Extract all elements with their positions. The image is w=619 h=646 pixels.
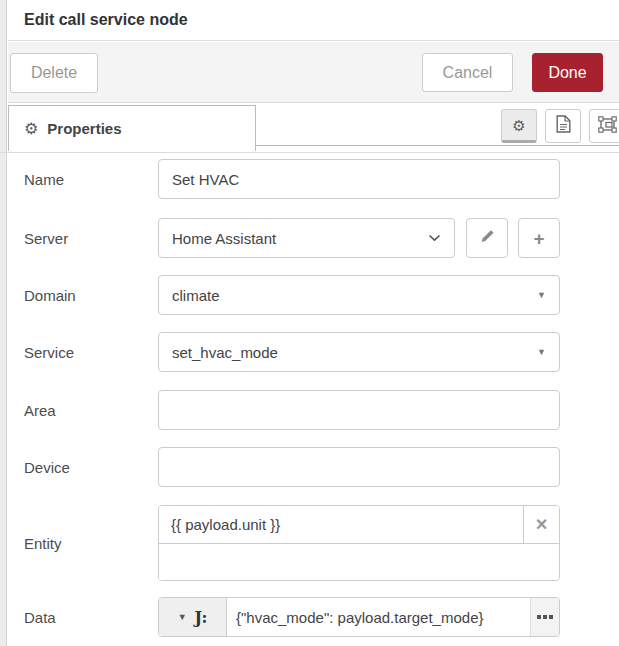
tab-properties-label: Properties [47, 120, 121, 137]
service-row: Service set_hvac_mode ▼ [0, 332, 619, 372]
done-button[interactable]: Done [532, 53, 603, 92]
area-input[interactable] [158, 390, 560, 430]
caret-down-icon: ▼ [178, 612, 187, 622]
add-server-button[interactable]: + [518, 218, 560, 258]
service-label: Service [24, 344, 74, 361]
name-input[interactable] [158, 159, 560, 199]
document-icon [556, 115, 571, 137]
entity-input[interactable] [159, 506, 523, 543]
server-select[interactable]: Home Assistant [158, 218, 455, 258]
domain-select[interactable]: climate ▼ [158, 275, 560, 315]
tab-bar: ⚙ Properties ⚙ [8, 104, 619, 152]
jsonata-type-icon: J: [195, 608, 208, 627]
device-row: Device [0, 447, 619, 487]
domain-label: Domain [24, 287, 76, 304]
dialog-header: Edit call service node [8, 0, 619, 41]
cancel-button[interactable]: Cancel [422, 53, 513, 92]
service-select-value: set_hvac_mode [172, 344, 278, 361]
entity-label: Entity [24, 535, 62, 552]
properties-tab-button[interactable]: ⚙ [501, 109, 537, 143]
edit-call-service-dialog: Edit call service node Delete Cancel Don… [0, 0, 619, 646]
service-select[interactable]: set_hvac_mode ▼ [158, 332, 560, 372]
ellipsis-icon [537, 615, 541, 619]
data-typed-input: ▼ J: [158, 597, 560, 637]
entity-extra-input[interactable] [159, 544, 559, 581]
entity-list: × [158, 505, 560, 581]
data-label: Data [24, 609, 56, 626]
tab-properties[interactable]: ⚙ Properties [8, 105, 256, 151]
edit-server-button[interactable] [466, 218, 508, 258]
name-row: Name [0, 159, 619, 199]
close-icon: × [536, 513, 548, 536]
caret-down-icon: ▼ [537, 290, 546, 300]
entity-list-add-row [159, 544, 559, 581]
domain-select-value: climate [172, 287, 220, 304]
gear-icon: ⚙ [512, 118, 525, 133]
domain-row: Domain climate ▼ [0, 275, 619, 315]
server-label: Server [24, 230, 68, 247]
server-select-value: Home Assistant [172, 230, 276, 247]
ellipsis-icon [549, 615, 553, 619]
dialog-toolbar: Delete Cancel Done [8, 42, 619, 103]
tab-strip-border [256, 145, 619, 146]
appearance-tab-button[interactable] [589, 109, 619, 143]
device-input[interactable] [158, 447, 560, 487]
entity-row: Entity × [0, 505, 619, 581]
divider [0, 152, 619, 153]
remove-entity-button[interactable]: × [523, 506, 559, 543]
server-row: Server Home Assistant + [0, 218, 619, 258]
area-row: Area [0, 390, 619, 430]
name-label: Name [24, 171, 64, 188]
data-row: Data ▼ J: [0, 597, 619, 637]
pencil-icon [480, 229, 495, 248]
entity-list-item: × [159, 506, 559, 544]
selection-box-icon [598, 116, 617, 137]
chevron-down-icon [428, 234, 441, 242]
ellipsis-icon [543, 615, 547, 619]
delete-button[interactable]: Delete [10, 53, 98, 93]
plus-icon: + [533, 229, 544, 248]
device-label: Device [24, 459, 70, 476]
area-label: Area [24, 402, 56, 419]
caret-down-icon: ▼ [537, 347, 546, 357]
data-input[interactable] [227, 598, 530, 636]
page-title: Edit call service node [8, 11, 188, 29]
data-type-button[interactable]: ▼ J: [159, 598, 227, 636]
expand-editor-button[interactable] [530, 598, 559, 636]
gear-icon: ⚙ [24, 121, 38, 137]
description-tab-button[interactable] [545, 109, 581, 143]
